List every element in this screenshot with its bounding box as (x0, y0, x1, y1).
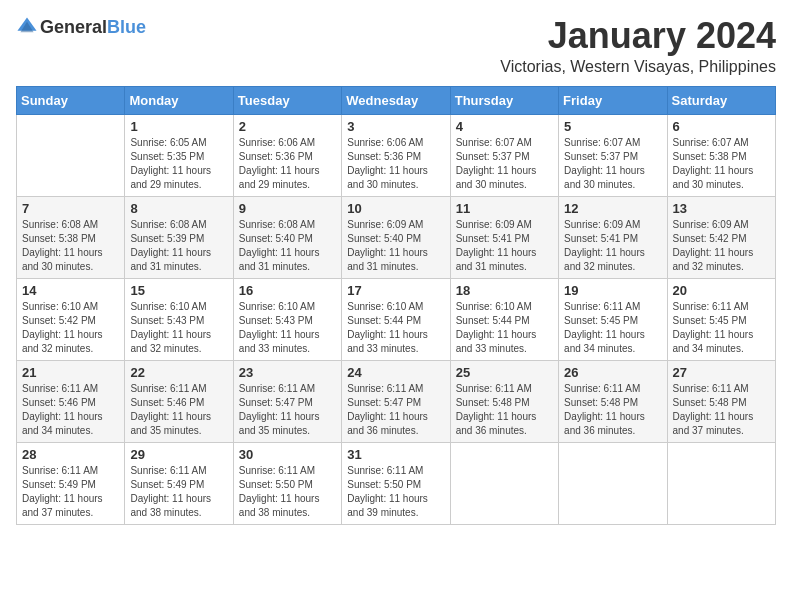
day-detail: Sunrise: 6:09 AMSunset: 5:42 PMDaylight:… (673, 218, 770, 274)
day-detail: Sunrise: 6:11 AMSunset: 5:45 PMDaylight:… (673, 300, 770, 356)
day-number: 29 (130, 447, 227, 462)
day-detail: Sunrise: 6:07 AMSunset: 5:38 PMDaylight:… (673, 136, 770, 192)
calendar-cell: 8Sunrise: 6:08 AMSunset: 5:39 PMDaylight… (125, 196, 233, 278)
calendar-cell: 5Sunrise: 6:07 AMSunset: 5:37 PMDaylight… (559, 114, 667, 196)
calendar-cell: 6Sunrise: 6:07 AMSunset: 5:38 PMDaylight… (667, 114, 775, 196)
day-number: 20 (673, 283, 770, 298)
day-number: 1 (130, 119, 227, 134)
day-number: 14 (22, 283, 119, 298)
calendar-cell (450, 442, 558, 524)
calendar-cell: 7Sunrise: 6:08 AMSunset: 5:38 PMDaylight… (17, 196, 125, 278)
day-number: 26 (564, 365, 661, 380)
day-detail: Sunrise: 6:11 AMSunset: 5:48 PMDaylight:… (456, 382, 553, 438)
day-detail: Sunrise: 6:11 AMSunset: 5:48 PMDaylight:… (564, 382, 661, 438)
calendar-cell: 19Sunrise: 6:11 AMSunset: 5:45 PMDayligh… (559, 278, 667, 360)
day-detail: Sunrise: 6:11 AMSunset: 5:47 PMDaylight:… (347, 382, 444, 438)
day-number: 30 (239, 447, 336, 462)
calendar-cell: 10Sunrise: 6:09 AMSunset: 5:40 PMDayligh… (342, 196, 450, 278)
calendar-week-row: 28Sunrise: 6:11 AMSunset: 5:49 PMDayligh… (17, 442, 776, 524)
day-number: 28 (22, 447, 119, 462)
calendar-table: SundayMondayTuesdayWednesdayThursdayFrid… (16, 86, 776, 525)
calendar-cell: 29Sunrise: 6:11 AMSunset: 5:49 PMDayligh… (125, 442, 233, 524)
calendar-cell: 13Sunrise: 6:09 AMSunset: 5:42 PMDayligh… (667, 196, 775, 278)
day-detail: Sunrise: 6:11 AMSunset: 5:49 PMDaylight:… (22, 464, 119, 520)
calendar-cell: 17Sunrise: 6:10 AMSunset: 5:44 PMDayligh… (342, 278, 450, 360)
calendar-cell: 30Sunrise: 6:11 AMSunset: 5:50 PMDayligh… (233, 442, 341, 524)
day-detail: Sunrise: 6:07 AMSunset: 5:37 PMDaylight:… (564, 136, 661, 192)
day-detail: Sunrise: 6:11 AMSunset: 5:50 PMDaylight:… (347, 464, 444, 520)
day-number: 5 (564, 119, 661, 134)
title-area: January 2024 Victorias, Western Visayas,… (500, 16, 776, 76)
calendar-week-row: 21Sunrise: 6:11 AMSunset: 5:46 PMDayligh… (17, 360, 776, 442)
day-detail: Sunrise: 6:10 AMSunset: 5:43 PMDaylight:… (239, 300, 336, 356)
day-detail: Sunrise: 6:10 AMSunset: 5:43 PMDaylight:… (130, 300, 227, 356)
day-detail: Sunrise: 6:11 AMSunset: 5:46 PMDaylight:… (22, 382, 119, 438)
day-number: 10 (347, 201, 444, 216)
day-number: 7 (22, 201, 119, 216)
day-detail: Sunrise: 6:08 AMSunset: 5:40 PMDaylight:… (239, 218, 336, 274)
day-detail: Sunrise: 6:10 AMSunset: 5:42 PMDaylight:… (22, 300, 119, 356)
month-title: January 2024 (500, 16, 776, 56)
weekday-header-thursday: Thursday (450, 86, 558, 114)
day-number: 27 (673, 365, 770, 380)
weekday-header-sunday: Sunday (17, 86, 125, 114)
logo-icon (16, 16, 38, 38)
calendar-cell: 23Sunrise: 6:11 AMSunset: 5:47 PMDayligh… (233, 360, 341, 442)
logo-general-text: General (40, 17, 107, 37)
day-detail: Sunrise: 6:08 AMSunset: 5:38 PMDaylight:… (22, 218, 119, 274)
calendar-cell (559, 442, 667, 524)
day-number: 16 (239, 283, 336, 298)
day-detail: Sunrise: 6:09 AMSunset: 5:40 PMDaylight:… (347, 218, 444, 274)
day-detail: Sunrise: 6:11 AMSunset: 5:48 PMDaylight:… (673, 382, 770, 438)
weekday-header-tuesday: Tuesday (233, 86, 341, 114)
day-number: 24 (347, 365, 444, 380)
day-detail: Sunrise: 6:11 AMSunset: 5:46 PMDaylight:… (130, 382, 227, 438)
calendar-cell: 21Sunrise: 6:11 AMSunset: 5:46 PMDayligh… (17, 360, 125, 442)
calendar-week-row: 1Sunrise: 6:05 AMSunset: 5:35 PMDaylight… (17, 114, 776, 196)
calendar-cell: 18Sunrise: 6:10 AMSunset: 5:44 PMDayligh… (450, 278, 558, 360)
day-detail: Sunrise: 6:09 AMSunset: 5:41 PMDaylight:… (456, 218, 553, 274)
calendar-cell: 28Sunrise: 6:11 AMSunset: 5:49 PMDayligh… (17, 442, 125, 524)
day-detail: Sunrise: 6:06 AMSunset: 5:36 PMDaylight:… (239, 136, 336, 192)
day-detail: Sunrise: 6:11 AMSunset: 5:47 PMDaylight:… (239, 382, 336, 438)
day-number: 3 (347, 119, 444, 134)
calendar-week-row: 14Sunrise: 6:10 AMSunset: 5:42 PMDayligh… (17, 278, 776, 360)
day-number: 22 (130, 365, 227, 380)
calendar-cell (17, 114, 125, 196)
weekday-header-row: SundayMondayTuesdayWednesdayThursdayFrid… (17, 86, 776, 114)
day-number: 19 (564, 283, 661, 298)
day-number: 25 (456, 365, 553, 380)
logo: GeneralBlue (16, 16, 146, 38)
day-number: 6 (673, 119, 770, 134)
day-number: 13 (673, 201, 770, 216)
day-number: 18 (456, 283, 553, 298)
calendar-cell: 24Sunrise: 6:11 AMSunset: 5:47 PMDayligh… (342, 360, 450, 442)
day-number: 9 (239, 201, 336, 216)
location-subtitle: Victorias, Western Visayas, Philippines (500, 58, 776, 76)
calendar-cell: 11Sunrise: 6:09 AMSunset: 5:41 PMDayligh… (450, 196, 558, 278)
calendar-cell: 9Sunrise: 6:08 AMSunset: 5:40 PMDaylight… (233, 196, 341, 278)
calendar-cell: 25Sunrise: 6:11 AMSunset: 5:48 PMDayligh… (450, 360, 558, 442)
day-detail: Sunrise: 6:11 AMSunset: 5:49 PMDaylight:… (130, 464, 227, 520)
calendar-cell: 26Sunrise: 6:11 AMSunset: 5:48 PMDayligh… (559, 360, 667, 442)
calendar-cell: 12Sunrise: 6:09 AMSunset: 5:41 PMDayligh… (559, 196, 667, 278)
logo-blue-text: Blue (107, 17, 146, 37)
day-detail: Sunrise: 6:10 AMSunset: 5:44 PMDaylight:… (347, 300, 444, 356)
day-detail: Sunrise: 6:06 AMSunset: 5:36 PMDaylight:… (347, 136, 444, 192)
calendar-cell: 3Sunrise: 6:06 AMSunset: 5:36 PMDaylight… (342, 114, 450, 196)
calendar-cell: 2Sunrise: 6:06 AMSunset: 5:36 PMDaylight… (233, 114, 341, 196)
day-number: 15 (130, 283, 227, 298)
day-detail: Sunrise: 6:11 AMSunset: 5:50 PMDaylight:… (239, 464, 336, 520)
day-number: 8 (130, 201, 227, 216)
calendar-cell: 16Sunrise: 6:10 AMSunset: 5:43 PMDayligh… (233, 278, 341, 360)
calendar-cell: 4Sunrise: 6:07 AMSunset: 5:37 PMDaylight… (450, 114, 558, 196)
weekday-header-friday: Friday (559, 86, 667, 114)
day-detail: Sunrise: 6:05 AMSunset: 5:35 PMDaylight:… (130, 136, 227, 192)
calendar-cell: 15Sunrise: 6:10 AMSunset: 5:43 PMDayligh… (125, 278, 233, 360)
day-detail: Sunrise: 6:11 AMSunset: 5:45 PMDaylight:… (564, 300, 661, 356)
day-number: 12 (564, 201, 661, 216)
day-number: 4 (456, 119, 553, 134)
calendar-cell: 20Sunrise: 6:11 AMSunset: 5:45 PMDayligh… (667, 278, 775, 360)
calendar-cell: 1Sunrise: 6:05 AMSunset: 5:35 PMDaylight… (125, 114, 233, 196)
calendar-cell: 22Sunrise: 6:11 AMSunset: 5:46 PMDayligh… (125, 360, 233, 442)
